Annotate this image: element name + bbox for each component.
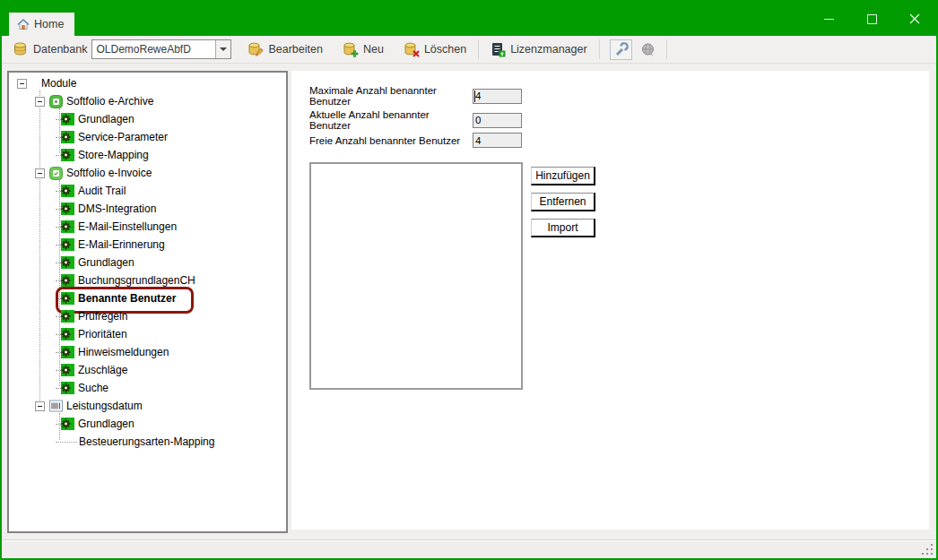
gear-icon	[61, 202, 74, 216]
minimize-icon	[824, 19, 834, 20]
gear-icon	[61, 346, 74, 359]
invoice-module-icon	[49, 167, 63, 180]
database-combobox[interactable]: OLDemoReweAbfD	[91, 39, 231, 59]
neu-label: Neu	[363, 43, 384, 56]
tree-item-email-einstellungen[interactable]: E-Mail-Einstellungen	[9, 218, 286, 236]
tree-item-zuschlaege[interactable]: Zuschläge	[9, 361, 286, 379]
close-button[interactable]	[893, 2, 936, 36]
tree-item-grundlagen[interactable]: Grundlagen	[9, 110, 286, 128]
tools-button[interactable]	[610, 39, 632, 60]
tree-item-dms-integration[interactable]: DMS-Integration	[9, 200, 286, 218]
chevron-down-icon	[220, 47, 227, 51]
tree-item-pruefregeln[interactable]: Prüfregeln	[9, 307, 286, 325]
gear-icon	[61, 274, 74, 288]
tree-item-benannte-benutzer[interactable]: Benannte Benutzer	[9, 289, 286, 307]
hinzufuegen-button[interactable]: Hinzufügen	[531, 167, 595, 185]
gear-icon	[61, 310, 74, 323]
maximize-icon	[867, 14, 877, 24]
max-benutzer-field[interactable]	[473, 89, 522, 104]
tree-item-email-erinnerung[interactable]: E-Mail-Erinnerung	[9, 236, 286, 254]
tree-item-besteuerungsarten-mapping[interactable]: Besteuerungsarten-Mapping	[9, 433, 286, 451]
gear-icon	[61, 418, 74, 431]
aktuelle-benutzer-field[interactable]	[473, 113, 522, 128]
database-delete-icon	[404, 42, 420, 57]
module-tree-panel: Module Softfolio e-Archive	[7, 71, 288, 533]
minimize-button[interactable]	[807, 2, 850, 36]
tree-item-softfolio-e-invoice[interactable]: Softfolio e-Invoice	[9, 164, 286, 182]
form-row-max-benutzer: Maximale Anzahl benannter Benutzer	[309, 85, 522, 107]
entfernen-button[interactable]: Entfernen	[531, 193, 595, 211]
wrench-icon	[613, 42, 629, 57]
gear-icon	[61, 185, 74, 198]
collapse-icon[interactable]	[17, 79, 27, 89]
gear-icon	[61, 292, 74, 306]
gear-icon	[61, 256, 74, 270]
barcode-icon	[49, 400, 63, 413]
collapse-icon[interactable]	[35, 168, 45, 178]
globe-icon	[640, 42, 656, 57]
gear-icon	[61, 220, 74, 234]
tree-item-hinweismeldungen[interactable]: Hinweismeldungen	[9, 343, 286, 361]
database-add-icon	[343, 42, 359, 57]
form-row-aktuelle-benutzer: Aktuelle Anzahl benannter Benutzer	[309, 109, 522, 131]
tree-item-suche[interactable]: Suche	[9, 379, 286, 397]
tree-item-leistungsdatum[interactable]: Leistungsdatum	[9, 397, 286, 415]
window-controls	[807, 2, 936, 36]
database-icon	[13, 42, 28, 56]
tree-item-grundlagen-leistungsdatum[interactable]: Grundlagen	[9, 415, 286, 433]
titlebar: Home	[2, 2, 936, 36]
toolbar-separator	[478, 39, 479, 59]
tree-item-store-mapping[interactable]: Store-Mapping	[9, 146, 286, 164]
tree-item-softfolio-e-archive[interactable]: Softfolio e-Archive	[9, 92, 286, 110]
toolbar-separator	[599, 39, 600, 59]
tree-guide-stub	[56, 442, 77, 443]
tab-home-label: Home	[34, 18, 64, 30]
loeschen-button[interactable]: Löschen	[400, 39, 470, 60]
lizenzmanager-button[interactable]: Lizenzmanager	[487, 39, 590, 60]
aktuelle-benutzer-label: Aktuelle Anzahl benannter Benutzer	[309, 109, 473, 131]
resize-grip[interactable]	[922, 544, 934, 556]
collapse-icon[interactable]	[35, 97, 45, 107]
license-manager-icon	[491, 42, 506, 57]
tree-item-grundlagen-invoice[interactable]: Grundlagen	[9, 254, 286, 271]
tree-item-prioritaeten[interactable]: Prioritäten	[9, 325, 286, 343]
globe-button[interactable]	[638, 40, 658, 59]
maximize-button[interactable]	[850, 2, 893, 36]
import-button[interactable]: Import	[531, 219, 595, 237]
content-area: Module Softfolio e-Archive	[2, 64, 936, 538]
toolbar: Datenbank OLDemoReweAbfD Bearbeiten	[2, 36, 936, 64]
statusbar	[2, 540, 936, 558]
tree-item-buchungsgrundlagench[interactable]: BuchungsgrundlagenCH	[9, 271, 286, 289]
max-benutzer-label: Maximale Anzahl benannter Benutzer	[309, 85, 473, 107]
gear-icon	[61, 238, 74, 252]
gear-icon	[61, 364, 74, 377]
benutzer-listbox[interactable]	[309, 162, 523, 390]
home-icon	[16, 17, 30, 31]
loeschen-label: Löschen	[424, 43, 466, 56]
gear-icon	[61, 131, 74, 144]
gear-icon	[61, 328, 74, 341]
gear-icon	[61, 149, 74, 162]
close-icon	[909, 13, 920, 24]
tree-item-service-parameter[interactable]: Service-Parameter	[9, 128, 286, 146]
tree-item-module[interactable]: Module	[9, 74, 286, 92]
combobox-dropdown-button[interactable]	[215, 40, 230, 58]
database-edit-icon	[248, 42, 264, 57]
collapse-icon[interactable]	[35, 401, 45, 411]
bearbeiten-button[interactable]: Bearbeiten	[244, 39, 326, 60]
gear-icon	[61, 113, 74, 126]
tab-home[interactable]: Home	[9, 13, 74, 36]
bearbeiten-label: Bearbeiten	[268, 43, 322, 56]
database-combobox-value: OLDemoReweAbfD	[92, 43, 215, 56]
neu-button[interactable]: Neu	[339, 39, 387, 60]
app-window: Home Datenbank OLDemoReweAbfD	[0, 0, 938, 560]
lizenzmanager-label: Lizenzmanager	[510, 43, 586, 56]
tree-item-audit-trail[interactable]: Audit Trail	[9, 182, 286, 200]
toolbar-separator	[666, 39, 667, 59]
archive-module-icon	[49, 95, 63, 108]
database-label: Datenbank	[33, 43, 87, 56]
form-row-freie-benutzer: Freie Anzahl benannter Benutzer	[309, 133, 522, 148]
detail-panel: Maximale Anzahl benannter Benutzer Aktue…	[291, 71, 929, 530]
text-caret	[474, 90, 475, 102]
freie-benutzer-field[interactable]	[473, 133, 522, 148]
